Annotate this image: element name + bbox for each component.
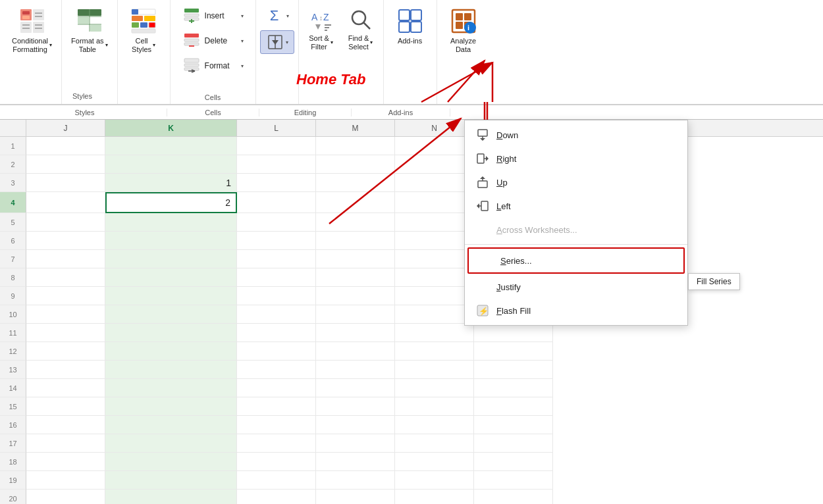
cell-n1[interactable] bbox=[395, 137, 474, 155]
cell-j14[interactable] bbox=[26, 379, 105, 397]
menu-item-series[interactable]: Series... bbox=[467, 247, 685, 274]
conditional-formatting-btn[interactable]: Conditional Formatting ▾ bbox=[8, 4, 56, 57]
cell-j17[interactable] bbox=[26, 434, 105, 453]
col-header-l[interactable]: L bbox=[237, 120, 316, 136]
cell-k7[interactable] bbox=[105, 250, 237, 268]
cell-o18[interactable] bbox=[474, 453, 553, 471]
col-header-m[interactable]: M bbox=[316, 120, 395, 136]
cell-j2[interactable] bbox=[26, 155, 105, 174]
cell-k13[interactable] bbox=[105, 361, 237, 379]
cell-l9[interactable] bbox=[237, 287, 316, 305]
cell-j15[interactable] bbox=[26, 397, 105, 416]
format-btn[interactable]: Format ▾ bbox=[177, 54, 249, 78]
cell-j1[interactable] bbox=[26, 137, 105, 155]
cell-n14[interactable] bbox=[395, 379, 474, 397]
cell-k12[interactable] bbox=[105, 342, 237, 361]
find-select-btn[interactable]: Find &Select ▾ bbox=[344, 4, 378, 54]
cell-n20[interactable] bbox=[395, 490, 474, 504]
cell-n4[interactable] bbox=[395, 192, 474, 213]
cell-k4-selected[interactable]: 2 bbox=[105, 192, 237, 213]
menu-item-down[interactable]: Down bbox=[465, 123, 687, 147]
cell-l5[interactable] bbox=[237, 213, 316, 232]
cell-n10[interactable] bbox=[395, 305, 474, 324]
cell-n5[interactable] bbox=[395, 213, 474, 232]
cell-m8[interactable] bbox=[316, 268, 395, 287]
format-as-table-btn[interactable]: Format as Table ▾ bbox=[67, 4, 112, 57]
insert-btn[interactable]: Insert ▾ bbox=[177, 4, 249, 28]
cell-n15[interactable] bbox=[395, 397, 474, 416]
cell-n3[interactable] bbox=[395, 174, 474, 192]
autosum-btn[interactable]: Σ ▾ bbox=[260, 4, 294, 28]
cell-l1[interactable] bbox=[237, 137, 316, 155]
cell-k20[interactable] bbox=[105, 490, 237, 504]
cell-j7[interactable] bbox=[26, 250, 105, 268]
sort-filter-btn[interactable]: A ↕ Z Sort &Filter ▾ bbox=[304, 4, 338, 54]
cell-l12[interactable] bbox=[237, 342, 316, 361]
cell-j6[interactable] bbox=[26, 232, 105, 250]
cell-l18[interactable] bbox=[237, 453, 316, 471]
cell-j16[interactable] bbox=[26, 416, 105, 434]
cell-o19[interactable] bbox=[474, 471, 553, 490]
cell-k14[interactable] bbox=[105, 379, 237, 397]
cell-m3[interactable] bbox=[316, 174, 395, 192]
cell-m11[interactable] bbox=[316, 324, 395, 342]
cell-k11[interactable] bbox=[105, 324, 237, 342]
cell-m9[interactable] bbox=[316, 287, 395, 305]
cell-m2[interactable] bbox=[316, 155, 395, 174]
cell-n12[interactable] bbox=[395, 342, 474, 361]
cell-n11[interactable] bbox=[395, 324, 474, 342]
cell-k1[interactable] bbox=[105, 137, 237, 155]
cell-j3[interactable] bbox=[26, 174, 105, 192]
cell-j4[interactable] bbox=[26, 192, 105, 213]
cell-n16[interactable] bbox=[395, 416, 474, 434]
cell-o11[interactable] bbox=[474, 324, 553, 342]
cell-k8[interactable] bbox=[105, 268, 237, 287]
cell-n2[interactable] bbox=[395, 155, 474, 174]
cell-k6[interactable] bbox=[105, 232, 237, 250]
cell-styles-btn[interactable]: Cell Styles ▾ bbox=[125, 4, 162, 57]
cell-o12[interactable] bbox=[474, 342, 553, 361]
cell-l14[interactable] bbox=[237, 379, 316, 397]
cell-m5[interactable] bbox=[316, 213, 395, 232]
cell-o15[interactable] bbox=[474, 397, 553, 416]
cell-l16[interactable] bbox=[237, 416, 316, 434]
cell-l13[interactable] bbox=[237, 361, 316, 379]
menu-item-across-worksheets[interactable]: Across Worksheets... bbox=[465, 218, 687, 241]
cell-m15[interactable] bbox=[316, 397, 395, 416]
cell-j20[interactable] bbox=[26, 490, 105, 504]
col-header-k[interactable]: K bbox=[105, 120, 237, 136]
menu-item-flash-fill[interactable]: ⚡ Flash Fill bbox=[465, 299, 687, 322]
cell-k5[interactable] bbox=[105, 213, 237, 232]
cell-n13[interactable] bbox=[395, 361, 474, 379]
cell-l10[interactable] bbox=[237, 305, 316, 324]
cell-o17[interactable] bbox=[474, 434, 553, 453]
cell-l6[interactable] bbox=[237, 232, 316, 250]
cell-j10[interactable] bbox=[26, 305, 105, 324]
analyze-btn[interactable]: i AnalyzeData bbox=[444, 4, 483, 57]
cell-n19[interactable] bbox=[395, 471, 474, 490]
cell-m7[interactable] bbox=[316, 250, 395, 268]
cell-m1[interactable] bbox=[316, 137, 395, 155]
cell-l2[interactable] bbox=[237, 155, 316, 174]
cell-m20[interactable] bbox=[316, 490, 395, 504]
cell-m12[interactable] bbox=[316, 342, 395, 361]
cell-j13[interactable] bbox=[26, 361, 105, 379]
cell-k2[interactable] bbox=[105, 155, 237, 174]
cell-j9[interactable] bbox=[26, 287, 105, 305]
cell-k3[interactable]: 1 bbox=[105, 174, 237, 192]
cell-j5[interactable] bbox=[26, 213, 105, 232]
cell-l19[interactable] bbox=[237, 471, 316, 490]
fill-btn[interactable]: ▾ bbox=[260, 30, 294, 54]
cell-m13[interactable] bbox=[316, 361, 395, 379]
cell-n7[interactable] bbox=[395, 250, 474, 268]
cell-n8[interactable] bbox=[395, 268, 474, 287]
cell-o13[interactable] bbox=[474, 361, 553, 379]
cell-j11[interactable] bbox=[26, 324, 105, 342]
cell-k17[interactable] bbox=[105, 434, 237, 453]
cell-m17[interactable] bbox=[316, 434, 395, 453]
cell-o16[interactable] bbox=[474, 416, 553, 434]
cell-l11[interactable] bbox=[237, 324, 316, 342]
menu-item-up[interactable]: Up bbox=[465, 170, 687, 194]
menu-item-left[interactable]: Left bbox=[465, 194, 687, 218]
cell-j12[interactable] bbox=[26, 342, 105, 361]
